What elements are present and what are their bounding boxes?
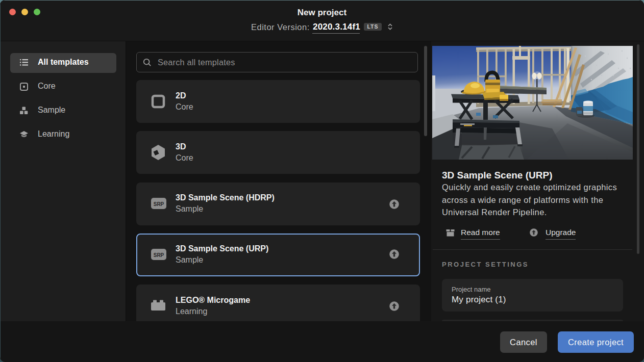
- svg-text:SRP: SRP: [154, 252, 164, 257]
- svg-text:SRP: SRP: [154, 201, 164, 206]
